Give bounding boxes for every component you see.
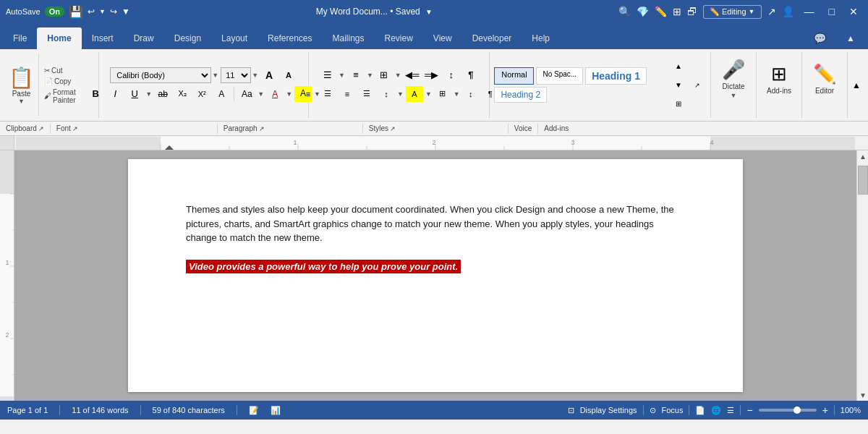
view-web-icon[interactable]: 🌐 [711, 406, 721, 415]
italic-button[interactable]: I [106, 86, 124, 102]
styles-label-area[interactable]: Styles ↗ [363, 122, 508, 135]
view-print-icon[interactable]: 📄 [695, 406, 705, 415]
scroll-up-arrow[interactable]: ▲ [857, 150, 868, 162]
focus-icon[interactable]: ⊙ [650, 406, 656, 415]
search-icon[interactable]: 🔍 [618, 6, 631, 17]
save-icon[interactable]: 💾 [69, 5, 83, 19]
focus-label[interactable]: Focus [662, 406, 684, 414]
borders-dd[interactable]: ▼ [454, 90, 460, 98]
display-settings-icon[interactable]: ⊡ [568, 406, 574, 415]
tab-insert[interactable]: Insert [82, 27, 124, 49]
style-normal[interactable]: Normal [494, 67, 534, 85]
close-btn[interactable]: ✕ [845, 4, 862, 19]
subscript-button[interactable]: X₂ [174, 86, 191, 102]
styles-down-btn[interactable]: ▼ [670, 77, 687, 93]
tab-design[interactable]: Design [164, 27, 211, 49]
quick-access-more[interactable]: ▼ [122, 7, 130, 17]
tab-review[interactable]: Review [375, 27, 423, 49]
tab-references[interactable]: References [258, 27, 322, 49]
line-spacing-btn[interactable]: ↕ [378, 86, 395, 102]
view-outline-icon[interactable]: ☰ [727, 406, 734, 415]
zoom-thumb[interactable] [793, 407, 801, 414]
zoom-minus-btn[interactable]: − [746, 404, 752, 416]
autosave-toggle[interactable]: On [45, 7, 64, 17]
zoom-plus-btn[interactable]: + [822, 404, 828, 416]
minimize-btn[interactable]: — [800, 4, 819, 19]
style-no-spacing[interactable]: No Spac... [536, 67, 583, 85]
font-color-dd[interactable]: ▼ [286, 90, 292, 98]
sort-btn[interactable]: ↕ [443, 67, 460, 83]
bold-button[interactable]: B [87, 86, 104, 102]
document-scroll-area[interactable]: Themes and styles also help keep your do… [14, 150, 856, 401]
decrease-font-btn[interactable]: A [280, 67, 297, 83]
undo-btn[interactable]: ↩ [88, 7, 95, 17]
styles-expand-btn[interactable]: ↗ [689, 77, 706, 93]
zoom-slider[interactable] [759, 409, 817, 412]
comment-icon[interactable]: ✏️ [655, 6, 667, 17]
track-changes-icon[interactable]: 📝 [249, 406, 259, 415]
bullets-dd[interactable]: ▼ [339, 72, 345, 79]
align-center-btn[interactable]: ☰ [319, 86, 336, 102]
superscript-button[interactable]: X² [193, 86, 210, 102]
borders-btn[interactable]: ⊞ [434, 86, 451, 102]
tab-developer[interactable]: Developer [462, 27, 522, 49]
tab-view[interactable]: View [423, 27, 462, 49]
text-direction-btn[interactable]: ↕ [462, 86, 480, 102]
ribbon-display-btn[interactable]: 🗗 [687, 6, 697, 17]
change-case-dd[interactable]: ▼ [258, 90, 264, 98]
word-count[interactable]: 11 of 146 words [72, 406, 128, 414]
para-shading-btn[interactable]: A [406, 86, 423, 102]
clipboard-label-area[interactable]: Clipboard ↗ [0, 122, 50, 135]
multilevel-btn[interactable]: ⊞ [375, 67, 393, 83]
more-icon[interactable]: 👤 [782, 6, 794, 17]
tab-mailings[interactable]: Mailings [322, 27, 374, 49]
paste-button[interactable]: 📋 Paste ▼ [4, 54, 39, 116]
justify-btn[interactable]: ☰ [358, 86, 375, 102]
collapse-arrow-btn[interactable]: ▲ [848, 77, 865, 93]
font-family-dd[interactable]: ▼ [212, 72, 218, 79]
style-heading2[interactable]: Heading 2 [494, 87, 547, 103]
present-icon[interactable]: ⊞ [673, 6, 681, 17]
tab-draw[interactable]: Draw [124, 27, 164, 49]
voice-label-area[interactable]: Voice [509, 122, 537, 135]
shading-dd[interactable]: ▼ [425, 90, 432, 98]
dictate-button[interactable]: 🎤 Dictate ▼ [715, 54, 752, 104]
font-size-select[interactable]: 11 [221, 67, 251, 83]
change-case-btn[interactable]: Aa [238, 86, 255, 102]
styles-expand-icon[interactable]: ↗ [390, 125, 396, 132]
multilevel-dd[interactable]: ▼ [395, 72, 401, 79]
redo-btn[interactable]: ↪ [110, 7, 117, 17]
cut-button[interactable]: ✂ Cut [42, 66, 91, 75]
font-family-select[interactable]: Calibri (Body) [110, 67, 211, 83]
align-right-btn[interactable]: ≡ [339, 86, 356, 102]
styles-up-btn[interactable]: ▲ [670, 59, 687, 75]
font-size-dd[interactable]: ▼ [252, 72, 258, 79]
page-indicator[interactable]: Page 1 of 1 [7, 406, 48, 414]
tab-file[interactable]: File [3, 27, 37, 49]
paragraph-expand-icon[interactable]: ↗ [259, 125, 265, 132]
increase-font-btn[interactable]: A [260, 67, 278, 83]
copy-button[interactable]: 📄 Copy [42, 77, 91, 86]
editing-mode-btn[interactable]: ✏️ Editing ▼ [703, 5, 762, 19]
editor-button[interactable]: ✏️ Editor [807, 54, 843, 104]
clear-formatting-btn[interactable]: A [213, 86, 230, 102]
bullets-btn[interactable]: ☰ [319, 67, 336, 83]
collapse-ribbon-btn[interactable]: ▲ [836, 27, 865, 49]
addins-button[interactable]: ⊞ Add-ins [761, 54, 797, 104]
font-expand-icon[interactable]: ↗ [72, 125, 78, 132]
doc-stats-icon[interactable]: 📊 [271, 406, 281, 415]
share-btn[interactable]: ↗ [767, 6, 776, 17]
align-left-btn[interactable]: ≡ [299, 86, 317, 102]
underline-dd[interactable]: ▼ [145, 90, 152, 98]
document-page[interactable]: Themes and styles also help keep your do… [128, 159, 743, 392]
addins-label-area[interactable]: Add-ins [538, 122, 574, 135]
style-heading1[interactable]: Heading 1 [585, 67, 647, 85]
maximize-btn[interactable]: □ [825, 4, 839, 19]
line-spacing-dd[interactable]: ▼ [397, 90, 404, 98]
numbering-btn[interactable]: ≡ [347, 67, 365, 83]
underline-button[interactable]: U [126, 86, 143, 102]
numbering-dd[interactable]: ▼ [367, 72, 373, 79]
paste-dd[interactable]: ▼ [18, 98, 25, 105]
tab-layout[interactable]: Layout [211, 27, 258, 49]
font-color-btn[interactable]: A [266, 86, 284, 102]
